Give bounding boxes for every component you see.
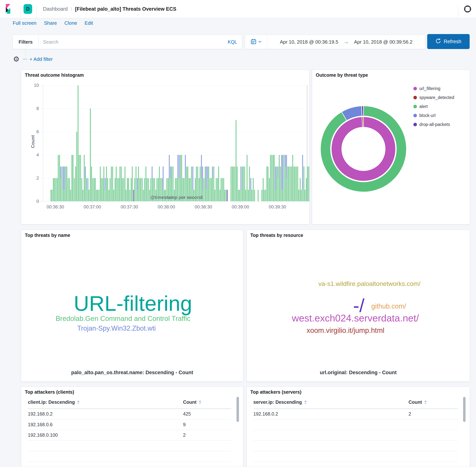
histogram-bar-block-url[interactable] bbox=[105, 178, 106, 190]
filters-button[interactable]: Filters bbox=[13, 35, 38, 49]
histogram-bar-alert[interactable] bbox=[279, 155, 280, 201]
tag-url-filtering[interactable]: URL-filtering bbox=[74, 291, 192, 316]
histogram-bar-alert[interactable] bbox=[73, 155, 74, 201]
donut-slice-spyware_detected[interactable] bbox=[362, 117, 363, 127]
histogram-bar-alert[interactable] bbox=[271, 155, 272, 201]
histogram-bar-alert[interactable] bbox=[84, 155, 85, 201]
share-link[interactable]: Share bbox=[44, 20, 57, 26]
histogram-bar-block-url[interactable] bbox=[137, 178, 138, 190]
histogram-bar-block-url[interactable] bbox=[60, 167, 61, 178]
histogram-bar-alert[interactable] bbox=[79, 155, 80, 201]
legend-item-block-url[interactable]: block-url bbox=[413, 111, 454, 120]
histogram-bar-block-url[interactable] bbox=[302, 155, 303, 190]
histogram-bar-alert[interactable] bbox=[71, 155, 72, 201]
legend-item-spyware_detected[interactable]: spyware_detected bbox=[413, 93, 454, 102]
edit-link[interactable]: Edit bbox=[85, 20, 93, 26]
histogram-bar-alert[interactable] bbox=[80, 155, 81, 201]
histogram-bar-block-url[interactable] bbox=[169, 155, 170, 178]
search-input[interactable] bbox=[38, 35, 223, 49]
date-end[interactable]: Apr 10, 2018 @ 00:39:56.2 bbox=[354, 39, 413, 45]
scrollbar[interactable] bbox=[463, 397, 465, 422]
tag-wildfire-url[interactable]: va-s1.wildfire.paloaltonetworks.com/ bbox=[318, 280, 420, 287]
histogram-bar-block-url[interactable] bbox=[170, 167, 171, 178]
clone-link[interactable]: Clone bbox=[64, 20, 77, 26]
date-start[interactable]: Apr 10, 2018 @ 00:36:19.5 bbox=[280, 39, 338, 45]
column-header-count[interactable]: Count bbox=[183, 400, 201, 405]
histogram-bar-block-url[interactable] bbox=[85, 167, 86, 178]
table-cell-ip[interactable]: 192.168.0.100 bbox=[28, 432, 58, 438]
histogram-bar-block-url[interactable] bbox=[281, 155, 282, 190]
tag-serverdata-url[interactable]: west.exch024.serverdata.net/ bbox=[292, 312, 419, 324]
histogram-bar-alert[interactable] bbox=[247, 155, 248, 201]
kibana-logo-icon[interactable] bbox=[6, 4, 11, 15]
breadcrumb: Dashboard / [Filebeat palo_alto] Threats… bbox=[43, 0, 176, 18]
histogram-bar-alert[interactable] bbox=[76, 132, 77, 201]
gear-icon[interactable]: ⚙ bbox=[13, 56, 19, 63]
full-screen-link[interactable]: Full screen bbox=[13, 20, 37, 26]
add-filter-button[interactable]: + Add filter bbox=[30, 56, 53, 62]
legend-item-url_filtering[interactable]: url_filtering bbox=[413, 84, 454, 93]
calendar-dropdown[interactable] bbox=[245, 35, 267, 49]
histogram-bar-alert[interactable] bbox=[58, 155, 59, 201]
histogram-bar-block-url[interactable] bbox=[202, 167, 203, 190]
histogram-bar-alert[interactable] bbox=[90, 108, 91, 201]
histogram-bar-block-url[interactable] bbox=[206, 167, 207, 190]
donut-slice-drop-all-packets[interactable] bbox=[362, 106, 363, 116]
histogram-bar-block-url[interactable] bbox=[163, 167, 163, 190]
histogram-bar-block-url[interactable] bbox=[177, 155, 178, 178]
histogram-bar-block-url[interactable] bbox=[63, 167, 64, 190]
histogram-bar-alert[interactable] bbox=[270, 155, 271, 201]
histogram-bar-block-url[interactable] bbox=[250, 178, 251, 190]
tag-bredolab[interactable]: Bredolab.Gen Command and Control Traffic bbox=[56, 315, 190, 323]
histogram-bar-block-url[interactable] bbox=[201, 155, 202, 178]
histogram-bar-block-url[interactable] bbox=[286, 155, 287, 178]
histogram-bar-block-url[interactable] bbox=[152, 167, 152, 178]
histogram-bar-block-url[interactable] bbox=[64, 167, 65, 190]
histogram-bar-block-url[interactable] bbox=[240, 167, 241, 190]
histogram-bar-block-url[interactable] bbox=[275, 167, 276, 190]
sort-icon[interactable] bbox=[304, 400, 307, 404]
help-icon[interactable] bbox=[464, 5, 471, 13]
column-header-server-ip[interactable]: server.ip: Descending bbox=[253, 400, 307, 405]
histogram-bar-block-url[interactable] bbox=[282, 155, 283, 190]
histogram-bar-block-url[interactable] bbox=[277, 167, 278, 178]
histogram-bar-block-url[interactable] bbox=[285, 155, 286, 167]
histogram-bar-alert[interactable] bbox=[59, 155, 60, 201]
histogram-plot[interactable]: 024681000:36:3000:37:0000:37:3000:38:000… bbox=[43, 85, 310, 201]
breadcrumb-dashboard-link[interactable]: Dashboard bbox=[43, 6, 68, 12]
tag-github-url[interactable]: github.com/ bbox=[371, 302, 406, 310]
histogram-bar-alert[interactable] bbox=[292, 155, 293, 201]
panel-title: Top attackers (clients) bbox=[25, 389, 74, 395]
tag-virgilio-url[interactable]: xoom.virgilio.it/jump.html bbox=[307, 326, 384, 335]
table-cell-ip[interactable]: 192.168.0.2 bbox=[253, 411, 278, 417]
space-badge[interactable]: D bbox=[24, 4, 32, 14]
histogram-bar-alert[interactable] bbox=[180, 155, 181, 201]
refresh-button[interactable]: Refresh bbox=[427, 34, 470, 49]
legend-item-alert[interactable]: alert bbox=[413, 102, 454, 111]
scrollbar[interactable] bbox=[237, 397, 239, 422]
histogram-bar-alert[interactable] bbox=[236, 120, 237, 201]
histogram-bar-alert[interactable] bbox=[181, 155, 182, 201]
table-cell-ip[interactable]: 192.168.0.6 bbox=[28, 422, 52, 427]
histogram-bar-alert[interactable] bbox=[284, 155, 285, 201]
column-header-count[interactable]: Count bbox=[409, 400, 427, 405]
donut-chart[interactable] bbox=[320, 105, 407, 193]
histogram-bar-block-url[interactable] bbox=[192, 167, 193, 190]
sort-icon[interactable] bbox=[199, 400, 201, 404]
histogram-bar-alert[interactable] bbox=[274, 155, 275, 201]
kql-toggle[interactable]: KQL bbox=[223, 39, 242, 45]
histogram-bar-alert[interactable] bbox=[273, 155, 274, 201]
legend-item-drop-all-packets[interactable]: drop-all-packets bbox=[413, 120, 454, 129]
histogram-bar-block-url[interactable] bbox=[207, 167, 208, 178]
column-header-client-ip[interactable]: client.ip: Descending bbox=[28, 400, 80, 405]
histogram-bar-block-url[interactable] bbox=[185, 155, 186, 178]
histogram-bar-block-url[interactable] bbox=[86, 178, 87, 190]
histogram-bar-block-url[interactable] bbox=[179, 155, 180, 178]
histogram-bar-block-url[interactable] bbox=[212, 167, 213, 178]
table-cell-ip[interactable]: 192.168.0.2 bbox=[28, 411, 52, 417]
y-tick-label: 4 bbox=[27, 152, 39, 157]
sort-icon[interactable] bbox=[77, 400, 80, 404]
sort-icon[interactable] bbox=[424, 400, 427, 404]
tag-trojan-spy[interactable]: Trojan-Spy.Win32.Zbot.wti bbox=[77, 324, 156, 332]
histogram-bar-alert[interactable] bbox=[78, 85, 78, 201]
